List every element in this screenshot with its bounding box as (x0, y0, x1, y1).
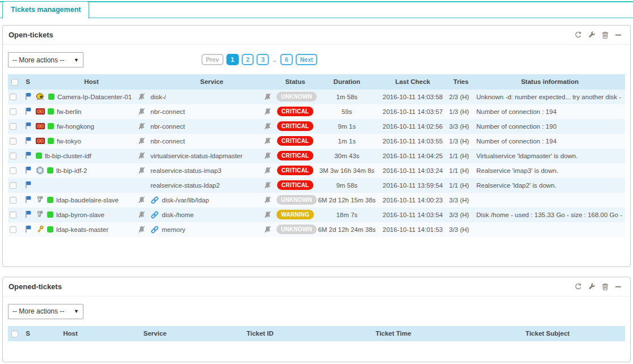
host-name[interactable]: ldap-keats-master (56, 226, 108, 233)
host-name[interactable]: lb-bip-cluster-idf (45, 153, 91, 159)
host-name[interactable]: lb-bip-idf-2 (56, 167, 87, 174)
row-checkbox[interactable] (10, 167, 16, 174)
table-row: ldap-byron-slavedisk-/homeWARNING18m 7s2… (8, 208, 625, 222)
refresh-icon[interactable] (575, 283, 582, 290)
status-information: Disk /home - used : 135.33 Go - size : 1… (475, 208, 625, 222)
select-all-checkbox[interactable] (11, 79, 18, 86)
caret-down-icon: ▼ (74, 308, 79, 314)
duration: 1m 1s (316, 134, 378, 149)
opened-tickets-table: S Host Service Ticket ID Ticket Time Tic… (8, 326, 625, 341)
pagination-page-2[interactable]: 2 (241, 54, 254, 65)
table-row: fw-berlinnbr-connectCRITICAL59s2016-10-1… (8, 104, 625, 119)
column-header-last-check[interactable]: Last Check (378, 74, 447, 90)
pagination-page-3[interactable]: 3 (257, 54, 269, 65)
more-actions-select[interactable]: -- More actions -- ▼ (8, 52, 83, 67)
row-checkbox[interactable] (10, 197, 16, 204)
host-name[interactable]: ldap-baudelaire-slave (56, 197, 119, 204)
open-tickets-table: S Host Service Status Duration Last Chec… (8, 74, 625, 237)
host-name[interactable]: Camera-Ip-Datacenter-01 (57, 94, 132, 100)
keys-icon (36, 196, 44, 204)
column-header-s[interactable]: S (22, 326, 34, 341)
row-checkbox[interactable] (10, 153, 16, 159)
row-checkbox[interactable] (10, 138, 16, 145)
service-name[interactable]: realservice-status-imap3 (150, 167, 221, 174)
opened-tickets-header: Opened-tickets (3, 277, 630, 297)
row-checkbox[interactable] (10, 108, 16, 115)
wrench-icon[interactable] (588, 283, 596, 290)
status-badge: WARNING (276, 210, 314, 219)
refresh-icon[interactable] (575, 31, 582, 39)
duration: 9m 58s (316, 178, 378, 193)
pagination-page-6[interactable]: 6 (280, 54, 293, 65)
column-header-ticket-time[interactable]: Ticket Time (317, 326, 470, 341)
link-icon[interactable] (150, 226, 159, 234)
row-checkbox[interactable] (10, 182, 16, 189)
column-header-duration[interactable]: Duration (316, 74, 378, 90)
service-name[interactable]: nbr-connect (150, 108, 185, 115)
service-name[interactable]: nbr-connect (150, 138, 185, 145)
select-all-checkbox[interactable] (11, 331, 18, 337)
pagination-prev-button[interactable]: Prev (202, 54, 224, 65)
last-check: 2016-10-11 14:00:23 (378, 193, 447, 208)
service-name[interactable]: disk-/var/lib/ldap (162, 197, 209, 204)
service-name[interactable]: memory (162, 226, 186, 233)
tab-tickets-management[interactable]: Tickets management (2, 1, 89, 19)
link-icon[interactable] (150, 211, 159, 219)
host-name[interactable]: ldap-byron-slave (56, 211, 104, 218)
gold-key-icon (36, 225, 44, 234)
service-name[interactable]: realservice-status-ldap2 (150, 182, 220, 189)
caret-down-icon: ▼ (74, 57, 79, 63)
column-header-ticket-id[interactable]: Ticket ID (203, 326, 317, 341)
keys-icon (36, 210, 44, 219)
row-checkbox[interactable] (10, 123, 16, 130)
open-tickets-header: Open-tickets (3, 26, 630, 45)
host-name[interactable]: fw-hongkong (57, 123, 94, 130)
table-row: realservice-status-ldap2CRITICAL9m 58s20… (8, 178, 625, 193)
column-header-host[interactable]: Host (34, 326, 107, 341)
column-header-host[interactable]: Host (34, 74, 149, 90)
status-information: Number of connection : 194 (475, 104, 625, 119)
tab-bar: Tickets management (0, 1, 633, 18)
duration: 6M 2d 12h 24m 38s (316, 222, 378, 237)
service-name[interactable]: disk-/ (150, 94, 166, 100)
column-header-service[interactable]: Service (107, 326, 203, 341)
host-up-indicator (47, 211, 53, 218)
opened-tickets-panel: Opened-tickets -- More actions -- ▼ S Ho… (2, 277, 631, 362)
column-header-ticket-subject[interactable]: Ticket Subject (470, 326, 625, 341)
tries: 3/3 (H) (447, 119, 475, 134)
service-name[interactable]: virtualservice-status-ldapmaster (150, 153, 242, 159)
link-icon[interactable] (150, 196, 159, 204)
host-name[interactable]: fw-berlin (57, 108, 81, 115)
row-checkbox[interactable] (10, 94, 16, 100)
minus-icon[interactable] (615, 31, 622, 39)
table-row: ldap-baudelaire-slavedisk-/var/lib/ldapU… (8, 193, 625, 208)
column-header-service[interactable]: Service (149, 74, 275, 90)
trash-icon[interactable] (602, 283, 609, 290)
pagination-next-button[interactable]: Next (295, 54, 317, 65)
host-up-indicator (36, 153, 42, 159)
host-up-indicator (47, 226, 53, 232)
trash-icon[interactable] (602, 31, 609, 39)
opened-tickets-toolbar: -- More actions -- ▼ (3, 297, 630, 326)
firewall-icon (36, 122, 45, 130)
wrench-icon[interactable] (588, 31, 596, 39)
table-row: lb-bip-cluster-idfvirtualservice-status-… (8, 149, 625, 163)
column-header-status[interactable]: Status (275, 74, 316, 90)
status-information: Number of connection : 194 (475, 134, 625, 149)
column-header-s[interactable]: S (22, 74, 34, 90)
cluster-icon (36, 166, 44, 175)
pagination-page-1[interactable]: 1 (227, 54, 239, 65)
host-name[interactable]: fw-tokyo (57, 138, 81, 145)
service-name[interactable]: nbr-connect (150, 123, 185, 130)
duration: 6M 2d 12h 15m 38s (316, 193, 378, 208)
column-header-tries[interactable]: Tries (447, 74, 475, 90)
notifications-disabled-icon (138, 167, 147, 174)
column-header-status-information[interactable]: Status information (475, 74, 625, 90)
tries: 2/3 (H) (447, 90, 475, 104)
camera-icon (36, 93, 45, 101)
row-checkbox[interactable] (10, 226, 16, 233)
row-checkbox[interactable] (10, 211, 16, 218)
minus-icon[interactable] (615, 283, 622, 290)
more-actions-select[interactable]: -- More actions -- ▼ (8, 304, 83, 319)
service-name[interactable]: disk-/home (162, 211, 194, 218)
